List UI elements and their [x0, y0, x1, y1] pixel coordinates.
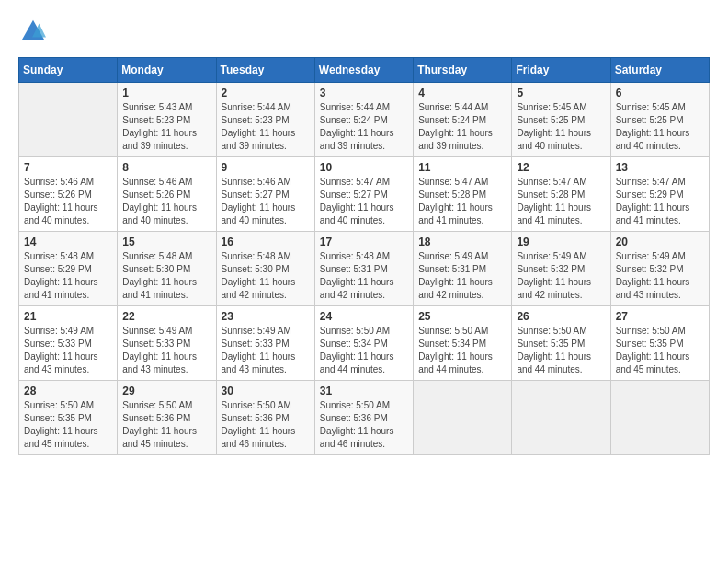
weekday-header-sunday: Sunday	[19, 58, 118, 83]
day-info: Sunrise: 5:46 AMSunset: 5:26 PMDaylight:…	[24, 176, 112, 227]
day-number: 9	[222, 161, 310, 174]
calendar-day-cell	[19, 83, 118, 157]
weekday-header-saturday: Saturday	[610, 58, 709, 83]
day-info: Sunrise: 5:49 AMSunset: 5:32 PMDaylight:…	[517, 250, 605, 302]
calendar-day-cell: 13Sunrise: 5:47 AMSunset: 5:29 PMDayligh…	[610, 157, 709, 232]
calendar-day-cell: 22Sunrise: 5:49 AMSunset: 5:33 PMDayligh…	[118, 306, 216, 381]
weekday-header-tuesday: Tuesday	[216, 58, 314, 83]
calendar-week-row: 14Sunrise: 5:48 AMSunset: 5:29 PMDayligh…	[19, 232, 710, 306]
day-info: Sunrise: 5:50 AMSunset: 5:35 PMDaylight:…	[517, 325, 605, 376]
day-number: 23	[222, 310, 310, 323]
day-number: 3	[320, 86, 408, 99]
calendar-day-cell	[610, 381, 709, 455]
day-number: 8	[122, 161, 210, 174]
calendar-day-cell: 18Sunrise: 5:49 AMSunset: 5:31 PMDayligh…	[414, 232, 512, 306]
day-info: Sunrise: 5:48 AMSunset: 5:30 PMDaylight:…	[122, 250, 210, 302]
calendar-day-cell: 3Sunrise: 5:44 AMSunset: 5:24 PMDaylight…	[314, 83, 413, 157]
calendar-day-cell	[414, 381, 512, 455]
calendar-day-cell: 26Sunrise: 5:50 AMSunset: 5:35 PMDayligh…	[512, 306, 610, 381]
calendar-day-cell: 30Sunrise: 5:50 AMSunset: 5:36 PMDayligh…	[216, 381, 314, 455]
calendar-day-cell	[512, 381, 610, 455]
calendar-day-cell: 14Sunrise: 5:48 AMSunset: 5:29 PMDayligh…	[19, 232, 118, 306]
day-number: 4	[418, 86, 506, 99]
calendar-day-cell: 2Sunrise: 5:44 AMSunset: 5:23 PMDaylight…	[216, 83, 314, 157]
day-number: 26	[517, 310, 605, 323]
calendar-day-cell: 29Sunrise: 5:50 AMSunset: 5:36 PMDayligh…	[118, 381, 216, 455]
calendar-day-cell: 5Sunrise: 5:45 AMSunset: 5:25 PMDaylight…	[512, 83, 610, 157]
weekday-header-wednesday: Wednesday	[314, 58, 413, 83]
calendar-day-cell: 23Sunrise: 5:49 AMSunset: 5:33 PMDayligh…	[216, 306, 314, 381]
day-info: Sunrise: 5:49 AMSunset: 5:33 PMDaylight:…	[24, 325, 112, 376]
day-info: Sunrise: 5:44 AMSunset: 5:24 PMDaylight:…	[320, 101, 408, 153]
calendar-table: SundayMondayTuesdayWednesdayThursdayFrid…	[18, 57, 710, 455]
calendar-week-row: 21Sunrise: 5:49 AMSunset: 5:33 PMDayligh…	[19, 306, 710, 381]
page-header	[18, 18, 710, 48]
day-number: 5	[517, 86, 605, 99]
calendar-day-cell: 12Sunrise: 5:47 AMSunset: 5:28 PMDayligh…	[512, 157, 610, 232]
day-number: 13	[616, 161, 704, 174]
day-info: Sunrise: 5:50 AMSunset: 5:34 PMDaylight:…	[320, 325, 408, 376]
calendar-day-cell: 15Sunrise: 5:48 AMSunset: 5:30 PMDayligh…	[118, 232, 216, 306]
calendar-day-cell: 10Sunrise: 5:47 AMSunset: 5:27 PMDayligh…	[314, 157, 413, 232]
day-info: Sunrise: 5:46 AMSunset: 5:26 PMDaylight:…	[122, 176, 210, 227]
calendar-day-cell: 17Sunrise: 5:48 AMSunset: 5:31 PMDayligh…	[314, 232, 413, 306]
day-number: 7	[24, 161, 112, 174]
calendar-day-cell: 11Sunrise: 5:47 AMSunset: 5:28 PMDayligh…	[414, 157, 512, 232]
day-info: Sunrise: 5:49 AMSunset: 5:32 PMDaylight:…	[616, 250, 704, 302]
day-info: Sunrise: 5:44 AMSunset: 5:24 PMDaylight:…	[418, 101, 506, 153]
day-number: 21	[24, 310, 112, 323]
day-info: Sunrise: 5:50 AMSunset: 5:35 PMDaylight:…	[24, 399, 112, 451]
day-number: 15	[122, 236, 210, 248]
calendar-day-cell: 9Sunrise: 5:46 AMSunset: 5:27 PMDaylight…	[216, 157, 314, 232]
day-number: 27	[616, 310, 704, 323]
calendar-day-cell: 24Sunrise: 5:50 AMSunset: 5:34 PMDayligh…	[314, 306, 413, 381]
logo	[18, 18, 46, 48]
day-number: 30	[222, 385, 310, 397]
day-info: Sunrise: 5:45 AMSunset: 5:25 PMDaylight:…	[517, 101, 605, 153]
day-info: Sunrise: 5:47 AMSunset: 5:28 PMDaylight:…	[517, 176, 605, 227]
day-number: 16	[222, 236, 310, 248]
weekday-header-monday: Monday	[118, 58, 216, 83]
day-number: 14	[24, 236, 112, 248]
calendar-day-cell: 8Sunrise: 5:46 AMSunset: 5:26 PMDaylight…	[118, 157, 216, 232]
calendar-day-cell: 25Sunrise: 5:50 AMSunset: 5:34 PMDayligh…	[414, 306, 512, 381]
day-number: 10	[320, 161, 408, 174]
day-info: Sunrise: 5:47 AMSunset: 5:27 PMDaylight:…	[320, 176, 408, 227]
calendar-day-cell: 6Sunrise: 5:45 AMSunset: 5:25 PMDaylight…	[610, 83, 709, 157]
day-number: 6	[616, 86, 704, 99]
day-number: 11	[418, 161, 506, 174]
day-info: Sunrise: 5:49 AMSunset: 5:33 PMDaylight:…	[222, 325, 310, 376]
day-info: Sunrise: 5:48 AMSunset: 5:31 PMDaylight:…	[320, 250, 408, 302]
day-info: Sunrise: 5:50 AMSunset: 5:36 PMDaylight:…	[122, 399, 210, 451]
calendar-day-cell: 28Sunrise: 5:50 AMSunset: 5:35 PMDayligh…	[19, 381, 118, 455]
day-number: 31	[320, 385, 408, 397]
calendar-day-cell: 4Sunrise: 5:44 AMSunset: 5:24 PMDaylight…	[414, 83, 512, 157]
calendar-day-cell: 21Sunrise: 5:49 AMSunset: 5:33 PMDayligh…	[19, 306, 118, 381]
day-info: Sunrise: 5:47 AMSunset: 5:28 PMDaylight:…	[418, 176, 506, 227]
day-info: Sunrise: 5:47 AMSunset: 5:29 PMDaylight:…	[616, 176, 704, 227]
day-number: 12	[517, 161, 605, 174]
day-info: Sunrise: 5:44 AMSunset: 5:23 PMDaylight:…	[222, 101, 310, 153]
day-number: 25	[418, 310, 506, 323]
calendar-week-row: 1Sunrise: 5:43 AMSunset: 5:23 PMDaylight…	[19, 83, 710, 157]
day-number: 29	[122, 385, 210, 397]
day-info: Sunrise: 5:48 AMSunset: 5:30 PMDaylight:…	[222, 250, 310, 302]
weekday-header-thursday: Thursday	[414, 58, 512, 83]
calendar-day-cell: 1Sunrise: 5:43 AMSunset: 5:23 PMDaylight…	[118, 83, 216, 157]
weekday-header-friday: Friday	[512, 58, 610, 83]
calendar-day-cell: 27Sunrise: 5:50 AMSunset: 5:35 PMDayligh…	[610, 306, 709, 381]
calendar-day-cell: 31Sunrise: 5:50 AMSunset: 5:36 PMDayligh…	[314, 381, 413, 455]
calendar-body: 1Sunrise: 5:43 AMSunset: 5:23 PMDaylight…	[19, 83, 710, 455]
day-info: Sunrise: 5:43 AMSunset: 5:23 PMDaylight:…	[122, 101, 210, 153]
day-info: Sunrise: 5:50 AMSunset: 5:36 PMDaylight:…	[320, 399, 408, 451]
day-number: 22	[122, 310, 210, 323]
day-info: Sunrise: 5:50 AMSunset: 5:36 PMDaylight:…	[222, 399, 310, 451]
day-number: 17	[320, 236, 408, 248]
calendar-week-row: 7Sunrise: 5:46 AMSunset: 5:26 PMDaylight…	[19, 157, 710, 232]
calendar-day-cell: 20Sunrise: 5:49 AMSunset: 5:32 PMDayligh…	[610, 232, 709, 306]
day-info: Sunrise: 5:50 AMSunset: 5:35 PMDaylight:…	[616, 325, 704, 376]
calendar-day-cell: 19Sunrise: 5:49 AMSunset: 5:32 PMDayligh…	[512, 232, 610, 306]
calendar-day-cell: 16Sunrise: 5:48 AMSunset: 5:30 PMDayligh…	[216, 232, 314, 306]
day-number: 20	[616, 236, 704, 248]
logo-icon	[20, 18, 46, 44]
